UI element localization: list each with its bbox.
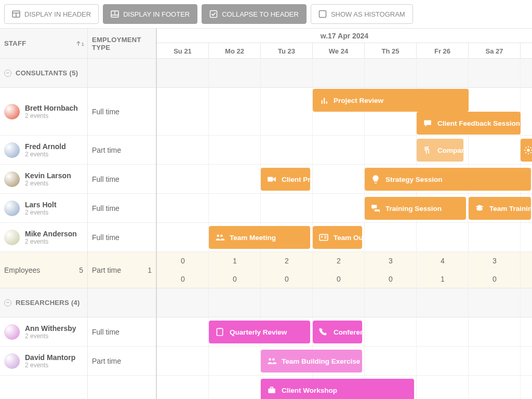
timeline-row-brett[interactable]: Project Review Client Feedback Session <box>157 88 532 136</box>
avatar <box>4 353 20 369</box>
staff-row-fred[interactable]: Fred Arnold2 events <box>0 136 87 165</box>
summary-cell: 4 <box>417 252 469 270</box>
group-researchers-toggle[interactable]: − RESEARCHERS (4) <box>0 288 87 317</box>
event-quarterly-review[interactable]: Quarterly Review <box>209 321 310 343</box>
day-header[interactable]: Mo 22 <box>209 43 261 59</box>
staff-row-kevin[interactable]: Kevin Larson2 events <box>0 165 87 194</box>
staff-name: Mike Anderson <box>25 230 77 238</box>
staff-row-ann[interactable]: Ann Withersby2 events <box>0 317 87 347</box>
id-card-icon <box>319 233 328 242</box>
avatar <box>4 104 20 119</box>
staff-row-david[interactable]: David Mantorp2 events <box>0 347 87 376</box>
employment-cell: Full time <box>88 317 156 347</box>
timeline-group-spacer <box>157 288 532 317</box>
event-project-review[interactable]: Project Review <box>313 89 469 112</box>
staff-row-brett[interactable]: Brett Hornbach2 events <box>0 88 87 136</box>
event-client-presentation[interactable]: Client Presentation <box>261 168 310 191</box>
employment-cell: Full time <box>88 194 156 223</box>
event-strategy-session[interactable]: Strategy Session <box>365 168 531 191</box>
group-consultants-toggle[interactable]: − CONSULTANTS (5) <box>0 59 87 88</box>
users-icon <box>267 356 276 366</box>
svg-rect-14 <box>217 328 222 336</box>
summary-cell: 1 <box>417 270 469 288</box>
event-team-training[interactable]: Team Training <box>469 197 531 220</box>
timeline-row-mike[interactable]: Team Meeting Team Outing <box>157 223 532 252</box>
svg-point-16 <box>269 358 271 361</box>
utensils-icon <box>423 145 432 155</box>
week-title: w.17 Apr 2024 <box>157 29 532 43</box>
day-header[interactable]: Su 21 <box>157 43 209 59</box>
display-in-footer-label: DISPLAY IN FOOTER <box>123 10 190 18</box>
gear-icon <box>524 145 532 155</box>
display-in-footer-button[interactable]: DISPLAY IN FOOTER <box>103 4 197 24</box>
svg-rect-9 <box>268 177 273 182</box>
event-team-building[interactable]: Team Building Exercise <box>261 350 362 373</box>
summary-cell: 0 <box>157 270 209 288</box>
staff-events-count: 2 events <box>25 332 76 340</box>
group-spacer <box>88 288 156 317</box>
day-header[interactable]: Th 25 <box>365 43 417 59</box>
event-label: Training Session <box>385 205 442 212</box>
event-label: Strategy Session <box>385 176 443 183</box>
summary-employees-count: 5 <box>79 266 83 274</box>
day-header[interactable]: Fr 26 <box>417 43 469 59</box>
svg-rect-12 <box>320 234 328 240</box>
event-label: Team Training <box>489 205 531 212</box>
collapse-to-header-button[interactable]: COLLAPSE TO HEADER <box>202 4 307 24</box>
staff-row-lars[interactable]: Lars Holt2 events <box>0 194 87 223</box>
avatar <box>4 324 20 340</box>
event-label: Conference <box>334 328 362 336</box>
event-conference[interactable]: Conference <box>313 321 362 343</box>
event-team-meeting[interactable]: Team Meeting <box>209 226 310 249</box>
svg-rect-15 <box>219 328 221 329</box>
group-consultants-label: CONSULTANTS (5) <box>16 69 78 77</box>
collapse-icon: − <box>4 299 11 307</box>
timeline-row-kevin[interactable]: Client Presentation Strategy Session <box>157 165 532 194</box>
event-partial[interactable] <box>521 139 532 162</box>
summary-cell: 1 <box>209 252 261 270</box>
summary-employees-label: Employees <box>4 266 40 274</box>
avatar <box>4 230 20 245</box>
display-in-header-button[interactable]: DISPLAY IN HEADER <box>4 4 99 24</box>
square-icon <box>318 10 327 18</box>
staff-row-mike[interactable]: Mike Anderson2 events <box>0 223 87 252</box>
timeline-row-next[interactable]: Client Workshop <box>157 376 532 399</box>
timeline-summary: 0122343 0000010 <box>157 252 532 288</box>
event-company-retreat[interactable]: Company Retreat <box>417 139 463 162</box>
day-header[interactable]: We 24 <box>313 43 365 59</box>
svg-rect-7 <box>319 11 326 18</box>
column-header-staff[interactable]: STAFF 1 <box>0 29 87 59</box>
summary-parttime-label: Part time <box>92 266 121 274</box>
staff-row-next[interactable] <box>0 376 87 399</box>
show-as-histogram-button[interactable]: SHOW AS HISTOGRAM <box>311 4 413 24</box>
timeline-row-lars[interactable]: Training Session Team Training <box>157 194 532 223</box>
employment-cell: Full time <box>88 223 156 252</box>
event-client-workshop[interactable]: Client Workshop <box>261 379 414 399</box>
summary-parttime-count: 1 <box>148 266 152 274</box>
comment-icon <box>423 118 432 128</box>
timeline-row-david[interactable]: Team Building Exercise <box>157 347 532 376</box>
event-label: Project Review <box>334 97 383 104</box>
sort-asc-icon[interactable]: 1 <box>75 41 84 47</box>
column-header-employment[interactable]: EMPLOYMENT TYPE <box>88 29 156 59</box>
timeline-row-ann[interactable]: Quarterly Review Conference <box>157 317 532 347</box>
event-label: Company Retreat <box>437 147 463 154</box>
summary-cell: 0 <box>261 270 313 288</box>
timeline-row-fred[interactable]: Company Retreat <box>157 136 532 165</box>
day-header[interactable]: Sa 27 <box>469 43 521 59</box>
staff-name: Brett Hornbach <box>25 104 78 112</box>
staff-name: Kevin Larson <box>25 171 71 180</box>
video-icon <box>267 175 276 184</box>
timeline-group-spacer <box>157 59 532 88</box>
day-header[interactable]: Tu 23 <box>261 43 313 59</box>
briefcase-icon <box>267 385 276 395</box>
column-header-staff-label: STAFF <box>4 39 26 47</box>
svg-point-10 <box>217 234 219 237</box>
users-icon <box>215 233 224 242</box>
event-client-feedback[interactable]: Client Feedback Session <box>417 112 521 135</box>
svg-rect-18 <box>268 389 275 393</box>
staff-name: Ann Withersby <box>25 324 76 332</box>
event-training-session[interactable]: Training Session <box>365 197 466 220</box>
employment-cell: Part time <box>88 347 156 376</box>
event-team-outing[interactable]: Team Outing <box>313 226 362 249</box>
